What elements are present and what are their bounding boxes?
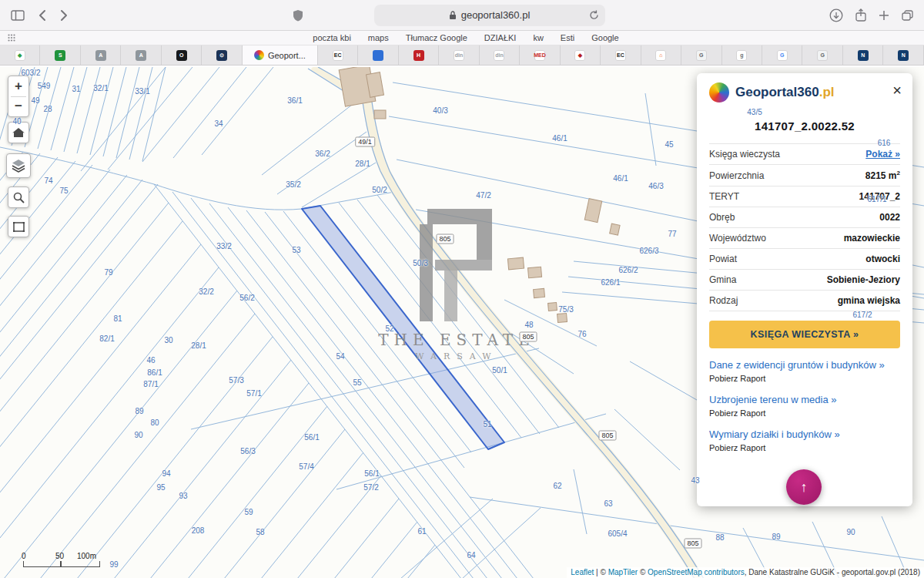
browser-tab[interactable] <box>358 45 398 65</box>
scale-mid: 50 <box>55 552 64 560</box>
tab-overview-icon[interactable] <box>902 10 913 21</box>
zoom-in-button[interactable]: + <box>8 77 28 96</box>
browser-tab[interactable]: ◆ <box>0 45 40 65</box>
browser-tab[interactable]: din <box>480 45 520 65</box>
downloads-icon[interactable] <box>829 8 843 22</box>
layers-button[interactable] <box>6 153 31 178</box>
panel-row: Województwomazowieckie <box>709 228 900 249</box>
parcel-id-title: 141707_2.0022.52 <box>709 119 900 133</box>
report-link[interactable]: Dane z ewidencji gruntów i budynków » <box>709 359 900 371</box>
new-tab-icon[interactable] <box>879 10 889 21</box>
forward-icon[interactable] <box>60 9 68 22</box>
map-attribution: Leaflet | © MapTiler © OpenStreetMap con… <box>567 567 924 578</box>
reload-icon[interactable] <box>589 10 599 20</box>
watermark-title: THE ESTATE <box>368 331 545 349</box>
attribution-link[interactable]: MapTiler <box>608 568 638 576</box>
row-value: Sobienie-Jeziory <box>827 274 900 285</box>
search-button[interactable] <box>8 187 29 208</box>
up-arrow-icon: ↑ <box>801 479 808 496</box>
browser-tab[interactable]: EC <box>318 45 358 65</box>
report-sublabel: Pobierz Raport <box>709 408 900 418</box>
zoom-out-button[interactable]: − <box>8 97 28 116</box>
address-bar[interactable]: geoportal360.pl <box>374 5 605 26</box>
row-value-link[interactable]: Pokaż » <box>865 149 900 160</box>
scale-zero: 0 <box>22 552 26 560</box>
browser-tab[interactable]: A <box>81 45 121 65</box>
tab-favicon: S <box>55 50 65 61</box>
attribution-link[interactable]: OpenStreetMap contributors <box>648 568 745 576</box>
bookmark-item[interactable]: DZIAŁKI <box>484 33 517 42</box>
active-tab[interactable]: Geoport... <box>243 45 318 65</box>
report-sublabel: Pobierz Raport <box>709 374 900 383</box>
zoom-control: + − <box>8 76 29 117</box>
bookmarks-grid-icon[interactable] <box>8 34 15 42</box>
tab-group-left: ◆SAAO⊙ <box>0 45 243 65</box>
browser-tab[interactable]: ⌂ <box>641 45 681 65</box>
bookmark-item[interactable]: Esti <box>561 33 574 42</box>
tab-favicon: O <box>176 50 187 61</box>
bookmark-item[interactable]: maps <box>368 33 389 42</box>
row-label: TERYT <box>709 191 739 202</box>
tab-group-right: ECHdindinMED◆EC⌂GgGGNN <box>318 45 924 65</box>
tab-favicon: EC <box>615 50 626 61</box>
tab-favicon: din <box>494 50 504 61</box>
url-text: geoportal360.pl <box>461 9 531 21</box>
ksiega-wieczysta-button[interactable]: KSIĘGA WIECZYSTA » <box>709 321 900 348</box>
info-panel: Geoportal360.pl × 141707_2.0022.52 Księg… <box>697 73 912 506</box>
panel-row: Powiatotwocki <box>709 249 900 270</box>
map-area[interactable]: THE ESTATE WARSAW 603/25493132/133/14928… <box>0 67 924 578</box>
tab-favicon <box>373 50 383 61</box>
bookmark-item[interactable]: kw <box>533 33 543 42</box>
tab-favicon: din <box>454 50 464 61</box>
panel-row: Rodzajgmina wiejska <box>709 291 900 311</box>
attribution-link[interactable]: Leaflet <box>571 568 594 576</box>
row-label: Powierzchnia <box>709 170 764 181</box>
panel-row: Księga wieczystaPokaż » <box>709 144 900 165</box>
browser-tab[interactable]: MED <box>520 45 560 65</box>
bookmark-item[interactable]: Tłumacz Google <box>406 33 467 42</box>
bookmark-item[interactable]: poczta kbi <box>313 33 351 42</box>
back-icon[interactable] <box>38 9 46 22</box>
browser-tab[interactable]: ⊙ <box>202 45 242 65</box>
row-label: Województwo <box>709 233 766 244</box>
browser-tab[interactable]: O <box>162 45 202 65</box>
privacy-shield-icon[interactable] <box>293 9 303 22</box>
tab-favicon <box>254 50 264 60</box>
home-button[interactable] <box>8 122 29 143</box>
row-label: Powiat <box>709 254 737 264</box>
browser-tab[interactable]: din <box>439 45 479 65</box>
browser-tab[interactable]: A <box>121 45 161 65</box>
row-value: gmina wiejska <box>838 295 900 306</box>
browser-tab[interactable]: S <box>40 45 80 65</box>
report-link[interactable]: Uzbrojenie terenu w media » <box>709 394 900 405</box>
browser-tab[interactable]: H <box>399 45 439 65</box>
browser-tab[interactable]: G <box>802 45 842 65</box>
browser-tab[interactable]: ◆ <box>561 45 601 65</box>
browser-tab[interactable]: EC <box>601 45 641 65</box>
browser-tab[interactable]: G <box>762 45 802 65</box>
report-link[interactable]: Wymiary działki i budynków » <box>709 428 900 440</box>
tab-label: Geoport... <box>268 51 306 60</box>
bookmark-item[interactable]: Google <box>591 33 618 42</box>
select-area-button[interactable] <box>8 216 29 237</box>
brand-name: Geoportal <box>735 85 797 100</box>
browser-tab[interactable]: N <box>883 45 923 65</box>
scroll-top-button[interactable]: ↑ <box>786 469 822 505</box>
tab-favicon: H <box>413 50 424 61</box>
sidebar-toggle-icon[interactable] <box>11 10 25 21</box>
panel-row: Powierzchnia8215 m2 <box>709 165 900 187</box>
row-value: otwocki <box>865 254 900 264</box>
row-label: Rodzaj <box>709 295 738 306</box>
panel-row: TERYT141707_2 <box>709 187 900 207</box>
bookmark-list: poczta kbimapsTłumacz GoogleDZIAŁKIkwEst… <box>15 33 916 42</box>
browser-tab[interactable]: g <box>722 45 762 65</box>
browser-tab[interactable]: N <box>843 45 883 65</box>
tab-favicon: ◆ <box>574 50 585 61</box>
tab-favicon: G <box>817 50 828 61</box>
panel-row: Obręb0022 <box>709 207 900 228</box>
share-icon[interactable] <box>855 8 866 22</box>
close-icon[interactable]: × <box>892 82 902 98</box>
brand-number: 360 <box>797 85 819 100</box>
attribution-text: © <box>638 568 648 576</box>
browser-tab[interactable]: G <box>681 45 721 65</box>
